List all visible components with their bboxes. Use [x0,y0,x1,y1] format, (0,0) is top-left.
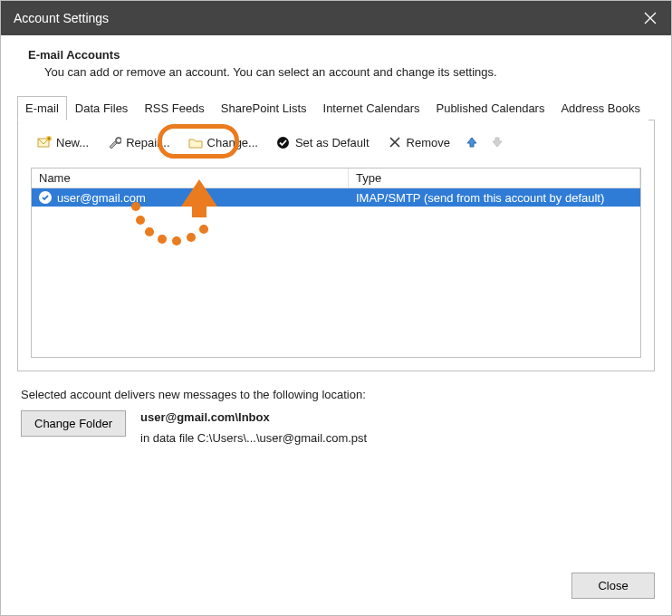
account-row[interactable]: user@gmail.com IMAP/SMTP (send from this… [32,188,640,207]
header-section: E-mail Accounts You can add or remove an… [1,35,671,95]
column-header-name[interactable]: Name [32,168,349,188]
tab-address-books[interactable]: Address Books [552,96,648,120]
accounts-grid: Name Type user@gmail.com IMAP/SMTP (send… [31,168,641,358]
tab-published-calendars[interactable]: Published Calendars [427,96,552,120]
change-folder-button[interactable]: Change Folder [21,410,126,437]
delivery-section: Selected account delivers new messages t… [1,371,671,448]
change-account-label: Change... [207,136,258,149]
repair-account-label: Repair... [126,136,169,149]
delivery-info: user@gmail.com\Inbox in data file C:\Use… [140,410,367,445]
remove-account-button[interactable]: Remove [381,131,456,153]
grid-header: Name Type [32,168,640,188]
check-circle-icon [276,135,291,149]
grid-body: user@gmail.com IMAP/SMTP (send from this… [32,188,640,357]
arrow-down-icon [490,135,504,149]
tab-internet-calendars[interactable]: Internet Calendars [315,96,428,120]
default-account-marker-icon [39,191,52,204]
account-name: user@gmail.com [57,191,146,205]
folder-icon [188,135,203,149]
delivery-location: user@gmail.com\Inbox [140,410,367,424]
svg-point-2 [277,137,289,149]
account-type: IMAP/SMTP (send from this account by def… [349,191,640,205]
new-account-label: New... [56,136,89,149]
move-down-button[interactable] [487,131,507,153]
remove-icon [388,135,402,149]
new-account-button[interactable]: New... [31,131,95,153]
toolbar: New... Repair... Change... Set as Defaul… [31,131,641,153]
repair-icon [107,135,121,149]
tab-rss-feeds[interactable]: RSS Feeds [136,96,212,120]
new-mail-icon [37,135,52,149]
tab-sharepoint-lists[interactable]: SharePoint Lists [213,96,315,120]
close-button[interactable]: Close [571,573,655,599]
page-title: E-mail Accounts [28,48,651,62]
column-header-type[interactable]: Type [349,168,640,188]
tab-data-files[interactable]: Data Files [67,96,137,120]
delivery-caption: Selected account delivers new messages t… [21,388,651,401]
move-up-button[interactable] [462,131,482,153]
tabs: E-mail Data Files RSS Feeds SharePoint L… [1,95,671,120]
repair-account-button[interactable]: Repair... [101,131,176,153]
delivery-datafile: in data file C:\Users\...\user@gmail.com… [140,431,367,445]
window-title: Account Settings [14,11,109,25]
remove-account-label: Remove [407,136,450,149]
titlebar: Account Settings [1,1,671,35]
tab-panel-email: New... Repair... Change... Set as Defaul… [17,120,655,371]
close-icon[interactable] [642,10,658,26]
set-default-label: Set as Default [295,136,370,149]
page-subtitle: You can add or remove an account. You ca… [28,65,651,79]
dialog-footer: Close [1,560,671,615]
account-settings-window: Account Settings E-mail Accounts You can… [0,0,672,616]
set-default-button[interactable]: Set as Default [270,131,376,153]
change-account-button[interactable]: Change... [182,131,264,153]
tab-email[interactable]: E-mail [17,96,67,120]
arrow-up-icon [465,135,479,149]
